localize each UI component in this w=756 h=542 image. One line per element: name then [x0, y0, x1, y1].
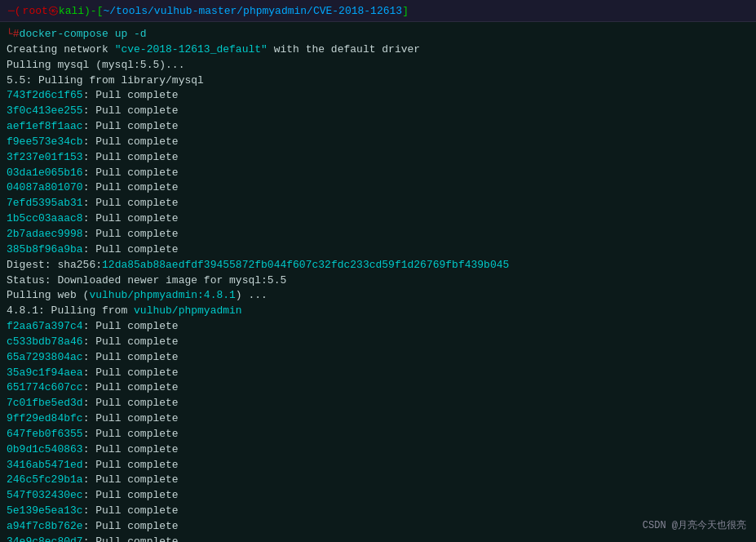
output-line: 385b8f96a9ba: Pull complete	[7, 242, 749, 258]
output-line: 2b7adaec9998: Pull complete	[7, 227, 749, 242]
title-bracket-close: ]	[402, 5, 409, 17]
output-line: 9ff29ed84bfc: Pull complete	[7, 411, 749, 427]
output-line: 246c5fc29b1a: Pull complete	[7, 473, 749, 488]
output-line: 3f0c413ee255: Pull complete	[7, 104, 749, 119]
output-line: 5.5: Pulling from library/mysql	[7, 73, 749, 89]
output-line: 5e139e5ea13c: Pull complete	[7, 504, 749, 519]
title-bracket: )-[	[84, 5, 103, 17]
output-line: 651774c607cc: Pull complete	[7, 380, 749, 396]
output-line: 04087a801070: Pull complete	[7, 180, 749, 196]
output-line: a94f7c8b762e: Pull complete	[7, 519, 749, 535]
title-host: kali	[59, 5, 84, 17]
command-text: docker-compose up -d	[20, 27, 147, 42]
output-line: Status: Downloaded newer image for mysql…	[7, 273, 749, 289]
output-line: 4.8.1: Pulling from vulhub/phpmyadmin	[7, 304, 749, 319]
output-line: 0b9d1c540863: Pull complete	[7, 442, 749, 458]
output-line: Digest: sha256:12da85ab88aedfdf39455872f…	[7, 258, 749, 273]
prompt-arrow: └#	[7, 27, 20, 42]
output-line: Creating network "cve-2018-12613_default…	[7, 42, 749, 58]
output-line: Pulling mysql (mysql:5.5)...	[7, 58, 749, 73]
terminal-window: ─(root㉿kali)-[~/tools/vulhub-master/phpm…	[0, 0, 756, 542]
output-line: f9ee573e34cb: Pull complete	[7, 135, 749, 150]
output-line: 7efd5395ab31: Pull complete	[7, 196, 749, 211]
output-line: 3f237e01f153: Pull complete	[7, 150, 749, 166]
output-line: 7c01fbe5ed3d: Pull complete	[7, 396, 749, 411]
title-path: ~/tools/vulhub-master/phpmyadmin/CVE-201…	[103, 5, 402, 17]
output-line: 65a7293804ac: Pull complete	[7, 350, 749, 366]
output-line: c533bdb78a46: Pull complete	[7, 335, 749, 350]
title-dash: ─(	[8, 5, 21, 17]
output-line: f2aa67a397c4: Pull complete	[7, 319, 749, 335]
output-line: 03da1e065b16: Pull complete	[7, 166, 749, 181]
prompt-line: └# docker-compose up -d	[7, 27, 749, 42]
output-line: 1b5cc03aaac8: Pull complete	[7, 211, 749, 227]
title-bar: ─(root㉿kali)-[~/tools/vulhub-master/phpm…	[0, 0, 756, 22]
output-line: 743f2d6c1f65: Pull complete	[7, 88, 749, 104]
output-line: Pulling web (vulhub/phpmyadmin:4.8.1) ..…	[7, 288, 749, 304]
title-user: root	[23, 5, 48, 17]
output-line: 3416ab5471ed: Pull complete	[7, 458, 749, 473]
output-line: 35a9c1f94aea: Pull complete	[7, 366, 749, 381]
terminal-content: └# docker-compose up -d Creating network…	[0, 22, 756, 542]
output-line: aef1ef8f1aac: Pull complete	[7, 119, 749, 135]
output-line: 647feb0f6355: Pull complete	[7, 427, 749, 442]
watermark: CSDN @月亮今天也很亮	[643, 518, 746, 532]
output-line: 547f032430ec: Pull complete	[7, 488, 749, 504]
title-at: ㉿	[48, 3, 59, 18]
output-line: 34e9c8ec80d7: Pull complete	[7, 535, 749, 542]
